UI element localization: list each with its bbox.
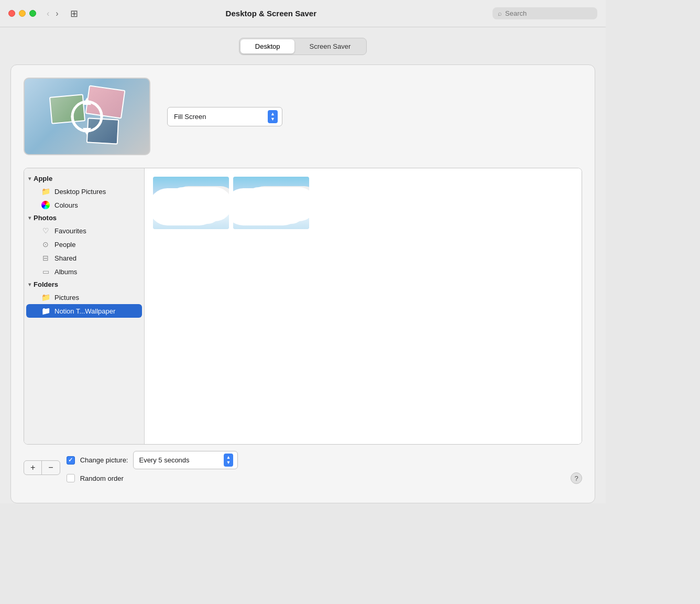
cloud-image-1 — [153, 177, 229, 229]
dropdown-up-arrow-icon: ▲ — [270, 112, 275, 116]
fill-screen-dropdown[interactable]: Fill Screen ▲ ▼ — [167, 107, 282, 126]
photos-section-label: Photos — [34, 214, 57, 222]
folder-icon-pictures: 📁 — [41, 293, 50, 302]
shared-icon: ⊟ — [41, 253, 50, 263]
sidebar-item-favourites[interactable]: ♡ Favourites — [26, 224, 142, 238]
preview-inner — [45, 85, 129, 148]
heart-icon: ♡ — [41, 226, 50, 235]
change-picture-label: Change picture: — [80, 456, 128, 464]
tab-desktop[interactable]: Desktop — [240, 39, 295, 53]
bottom-right-controls: ✓ Change picture: Every 5 seconds ▲ ▼ Ra… — [67, 451, 582, 484]
bottom-bar: + − ✓ Change picture: Every 5 seconds ▲ … — [24, 445, 582, 490]
add-folder-button[interactable]: + — [24, 461, 41, 474]
window-title: Desktop & Screen Saver — [56, 9, 486, 18]
dropdown-down-arrow-icon: ▼ — [270, 117, 275, 122]
search-icon: ⌕ — [498, 9, 502, 17]
shared-label: Shared — [54, 254, 76, 262]
folder-icon: 📁 — [41, 187, 50, 196]
add-remove-buttons: + − — [24, 460, 60, 475]
search-bar[interactable]: ⌕ — [493, 7, 597, 19]
folder-icon-notion: 📁 — [41, 306, 50, 316]
search-input[interactable] — [505, 9, 578, 17]
albums-icon: ▭ — [41, 267, 50, 276]
split-view: ▾ Apple 📁 Desktop Pictures Colours ▾ Pho — [24, 168, 582, 445]
top-row: Fill Screen ▲ ▼ — [24, 78, 582, 155]
sidebar-item-people[interactable]: ⊙ People — [26, 238, 142, 251]
tab-screen-saver[interactable]: Screen Saver — [294, 39, 365, 53]
sidebar-item-colours[interactable]: Colours — [26, 198, 142, 212]
minimize-button[interactable] — [19, 10, 26, 17]
desktop-pictures-label: Desktop Pictures — [54, 188, 106, 196]
people-label: People — [54, 241, 75, 249]
photos-chevron-icon: ▾ — [28, 215, 31, 221]
wallpaper-preview — [24, 78, 150, 155]
sidebar-item-desktop-pictures[interactable]: 📁 Desktop Pictures — [26, 185, 142, 198]
albums-label: Albums — [54, 268, 77, 276]
interval-arrows-icon: ▲ ▼ — [224, 454, 234, 467]
sidebar-section-folders[interactable]: ▾ Folders — [24, 278, 144, 290]
remove-folder-button[interactable]: − — [41, 461, 59, 474]
random-order-row: Random order ? — [67, 472, 582, 484]
fill-screen-label: Fill Screen — [174, 113, 206, 121]
interval-label: Every 5 seconds — [139, 456, 189, 464]
cloud-image-2 — [233, 177, 309, 229]
fullscreen-button[interactable] — [29, 10, 36, 17]
interval-dropdown[interactable]: Every 5 seconds ▲ ▼ — [133, 451, 238, 469]
sidebar-section-apple[interactable]: ▾ Apple — [24, 172, 144, 185]
fill-screen-dropdown-container: Fill Screen ▲ ▼ — [167, 107, 282, 126]
sidebar-item-shared[interactable]: ⊟ Shared — [26, 251, 142, 265]
interval-down-arrow-icon: ▼ — [226, 460, 231, 465]
sidebar-item-albums[interactable]: ▭ Albums — [26, 265, 142, 278]
titlebar: ‹ › ⊞ Desktop & Screen Saver ⌕ — [0, 0, 606, 27]
sidebar-item-notion-wallpaper[interactable]: 📁 Notion T...Wallpaper — [26, 304, 142, 318]
rotate-icon — [66, 95, 108, 137]
gallery-thumb-2[interactable] — [233, 177, 309, 229]
random-order-label: Random order — [80, 474, 124, 482]
gallery-thumb-1[interactable] — [153, 177, 229, 229]
gallery — [145, 168, 582, 444]
help-button[interactable]: ? — [571, 472, 582, 484]
person-icon: ⊙ — [41, 240, 50, 249]
folders-chevron-icon: ▾ — [28, 282, 31, 287]
checkbox-check-icon: ✓ — [68, 457, 73, 463]
change-picture-row: ✓ Change picture: Every 5 seconds ▲ ▼ — [67, 451, 582, 469]
sidebar-section-photos[interactable]: ▾ Photos — [24, 212, 144, 224]
back-button[interactable]: ‹ — [45, 8, 51, 19]
pictures-label: Pictures — [54, 294, 79, 301]
random-order-checkbox[interactable] — [67, 474, 75, 482]
main-content: Desktop Screen Saver — [0, 27, 606, 503]
apple-section-label: Apple — [34, 175, 52, 182]
sidebar: ▾ Apple 📁 Desktop Pictures Colours ▾ Pho — [24, 168, 145, 444]
notion-wallpaper-label: Notion T...Wallpaper — [54, 307, 115, 315]
sidebar-item-pictures[interactable]: 📁 Pictures — [26, 290, 142, 304]
change-picture-checkbox[interactable]: ✓ — [67, 456, 75, 465]
settings-panel: Fill Screen ▲ ▼ ▾ Apple 📁 Des — [10, 64, 595, 503]
close-button[interactable] — [8, 10, 15, 17]
tab-bar: Desktop Screen Saver — [239, 38, 367, 55]
traffic-lights — [8, 10, 36, 17]
folders-section-label: Folders — [34, 281, 58, 288]
interval-up-arrow-icon: ▲ — [226, 455, 231, 460]
favourites-label: Favourites — [54, 227, 86, 235]
colours-icon — [41, 200, 50, 210]
apple-chevron-icon: ▾ — [28, 176, 31, 181]
colours-label: Colours — [54, 201, 78, 209]
dropdown-arrows-icon: ▲ ▼ — [268, 110, 278, 123]
